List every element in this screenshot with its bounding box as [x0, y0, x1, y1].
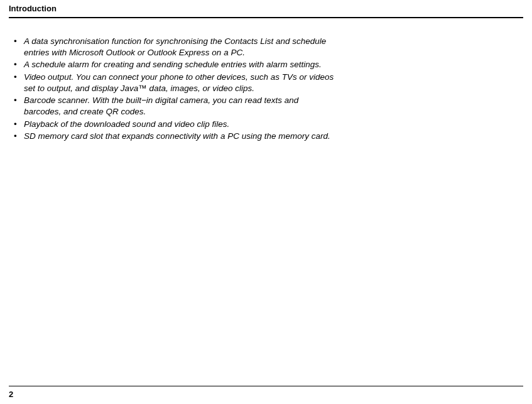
- header-divider: [9, 17, 523, 18]
- list-item: Barcode scanner. With the built−in digit…: [13, 95, 335, 117]
- list-item: Video output. You can connect your phone…: [13, 72, 335, 94]
- section-title: Introduction: [9, 4, 523, 17]
- list-item: Playback of the downloaded sound and vid…: [13, 119, 335, 130]
- list-item: A schedule alarm for creating and sendin…: [13, 59, 335, 70]
- footer-divider: [9, 386, 523, 386]
- content-area: A data synchronisation function for sync…: [9, 36, 335, 142]
- feature-list: A data synchronisation function for sync…: [13, 36, 335, 142]
- page-number: 2: [9, 390, 13, 399]
- list-item: A data synchronisation function for sync…: [13, 36, 335, 58]
- list-item: SD memory card slot that expands connect…: [13, 131, 335, 142]
